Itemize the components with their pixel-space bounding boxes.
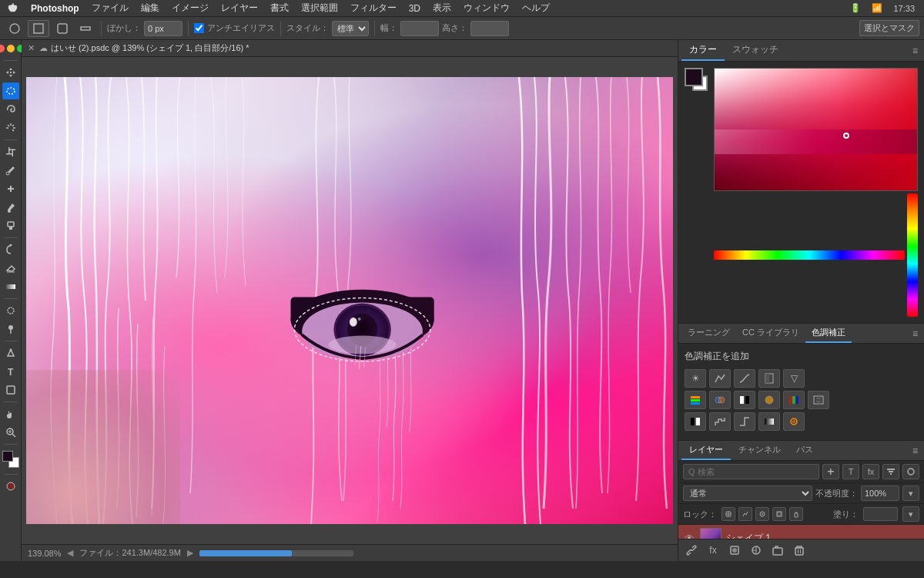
color-gradient-picker[interactable]: [714, 68, 918, 191]
adj-icon-threshold[interactable]: [734, 412, 755, 431]
nav-arrow-left[interactable]: ◀: [67, 548, 73, 558]
layer-mode-select[interactable]: 通常: [683, 486, 812, 501]
tool-stamp[interactable]: [2, 217, 19, 234]
toolbar-icon-2[interactable]: [28, 20, 49, 37]
color-cursor[interactable]: [843, 133, 849, 139]
nav-arrow-right[interactable]: ▶: [187, 548, 193, 558]
adj-icon-posterize[interactable]: [709, 412, 731, 431]
tool-text[interactable]: T: [2, 363, 19, 380]
adj-icon-colorbalance[interactable]: [709, 391, 731, 409]
tool-crop[interactable]: [2, 143, 19, 160]
menu-layer[interactable]: レイヤー: [215, 0, 264, 16]
layers-icon-circle[interactable]: [902, 464, 919, 479]
menu-select[interactable]: 選択範囲: [295, 0, 344, 16]
tool-history-brush[interactable]: [2, 241, 19, 258]
adj-icon-vibrance[interactable]: ▽: [783, 369, 805, 388]
adj-icon-exposure[interactable]: [758, 369, 780, 388]
adj-icon-photofilter[interactable]: [758, 391, 780, 409]
lock-position[interactable]: [755, 507, 769, 521]
fill-arrow[interactable]: ▾: [902, 506, 919, 522]
menu-edit[interactable]: 編集: [135, 0, 166, 16]
adj-panel-menu[interactable]: ≡: [909, 325, 921, 342]
tool-foreground-bg[interactable]: [1, 448, 21, 471]
blur-input[interactable]: [144, 21, 182, 36]
canvas-container[interactable]: [22, 57, 678, 544]
opacity-arrow[interactable]: ▾: [902, 486, 919, 501]
tab-paths[interactable]: パス: [788, 441, 821, 460]
layer-group-btn[interactable]: [769, 543, 786, 558]
tool-heal[interactable]: [2, 180, 19, 197]
tab-swatches[interactable]: スウォッチ: [725, 40, 786, 61]
menu-3d[interactable]: 3D: [403, 2, 427, 15]
tab-cc-libraries[interactable]: CC ライブラリ: [736, 324, 805, 343]
menu-file[interactable]: ファイル: [85, 0, 135, 16]
layers-panel-menu[interactable]: ≡: [909, 442, 921, 459]
tab-layers[interactable]: レイヤー: [681, 441, 731, 460]
tool-zoom[interactable]: [2, 424, 19, 441]
menu-image[interactable]: イメージ: [166, 0, 215, 16]
foreground-color-swatch[interactable]: [685, 68, 703, 86]
lock-image[interactable]: [738, 507, 752, 521]
tool-marquee-ellipse[interactable]: [2, 82, 19, 99]
tab-color[interactable]: カラー: [681, 40, 725, 61]
adj-icon-levels[interactable]: [709, 369, 731, 388]
menu-type[interactable]: 書式: [264, 0, 295, 16]
tab-learning[interactable]: ラーニング: [681, 324, 736, 343]
lock-all[interactable]: [789, 507, 803, 521]
menu-help[interactable]: ヘルプ: [516, 0, 556, 16]
adj-icon-brightness[interactable]: ☀: [685, 369, 706, 388]
tool-move[interactable]: [2, 64, 19, 81]
layer-mask-btn[interactable]: [726, 543, 743, 558]
select-mask-btn[interactable]: 選択とマスク: [859, 20, 919, 36]
toolbar-icon-4[interactable]: [75, 21, 95, 36]
tool-quick-mask[interactable]: [2, 478, 19, 495]
menu-filter[interactable]: フィルター: [344, 0, 403, 16]
lock-transparent[interactable]: [721, 507, 735, 521]
minimize-btn[interactable]: [7, 45, 15, 52]
adj-icon-gradient-map[interactable]: [758, 412, 780, 431]
tab-close-btn[interactable]: ✕: [28, 43, 35, 53]
adj-icon-invert[interactable]: [685, 412, 706, 431]
antialias-checkbox[interactable]: [194, 23, 204, 33]
adj-icon-curves[interactable]: [734, 369, 755, 388]
layer-delete-btn[interactable]: [791, 543, 808, 558]
layer-eye-shape1[interactable]: 👁: [683, 533, 695, 539]
fill-input[interactable]: 100%: [863, 507, 898, 521]
menu-view[interactable]: 表示: [427, 0, 457, 16]
layer-adj-btn[interactable]: [748, 543, 765, 558]
menu-window[interactable]: ウィンドウ: [457, 0, 516, 16]
tool-eyedropper[interactable]: [2, 162, 19, 179]
apple-icon[interactable]: [6, 2, 18, 15]
tool-gradient[interactable]: [2, 278, 19, 295]
layers-icon-new[interactable]: [822, 464, 839, 479]
tool-eraser[interactable]: [2, 260, 19, 277]
adj-icon-hsl[interactable]: [685, 391, 706, 409]
tool-brush[interactable]: [2, 199, 19, 216]
layer-item-shape1[interactable]: 👁 シェイプ 1: [678, 525, 924, 539]
adj-icon-bw[interactable]: [734, 391, 755, 409]
tool-shape[interactable]: [2, 381, 19, 398]
tool-dodge[interactable]: [2, 321, 19, 338]
layers-icon-effect[interactable]: fx: [862, 464, 879, 479]
layers-search-input[interactable]: [683, 464, 819, 479]
tool-lasso[interactable]: [2, 101, 19, 118]
toolbar-icon-1[interactable]: [5, 21, 25, 36]
app-name[interactable]: Photoshop: [25, 2, 85, 15]
layer-link-btn[interactable]: [683, 543, 700, 558]
color-panel-menu[interactable]: ≡: [909, 42, 921, 59]
layers-icon-filter[interactable]: [882, 464, 899, 479]
tool-magic-wand[interactable]: [2, 119, 19, 136]
tool-blur[interactable]: [2, 302, 19, 319]
tab-adjustment[interactable]: 色調補正: [805, 324, 852, 343]
toolbar-icon-3[interactable]: [52, 21, 72, 36]
layer-fx-btn[interactable]: fx: [705, 543, 721, 558]
lock-artboard[interactable]: [772, 507, 786, 521]
adj-icon-colorlookup[interactable]: [808, 391, 829, 409]
tab-channels[interactable]: チャンネル: [731, 441, 788, 460]
style-select[interactable]: 標準: [332, 21, 369, 36]
adj-icon-selective-color[interactable]: [783, 412, 805, 431]
tool-pen[interactable]: [2, 344, 19, 361]
width-input[interactable]: [400, 21, 439, 36]
layers-icon-adjustment[interactable]: T: [842, 464, 859, 479]
opacity-input[interactable]: [861, 486, 899, 501]
